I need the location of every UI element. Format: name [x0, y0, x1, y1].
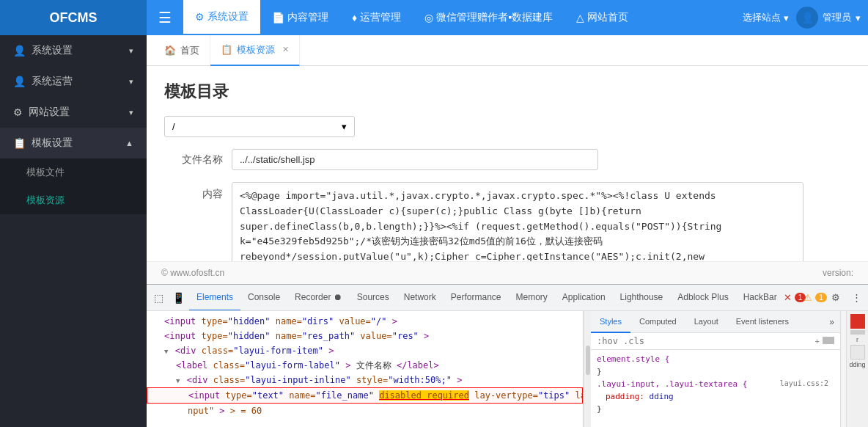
code-tag: <input — [188, 390, 220, 401]
site-select-label: 选择站点 — [743, 11, 781, 24]
devtools-panel: ⬚ 📱 Elements Console Recorder ⏺ Sources … — [147, 284, 868, 427]
css-val: dding — [650, 392, 674, 401]
devtools-tab-adblock[interactable]: Adblock Plus — [670, 285, 735, 311]
code-tag: <input — [164, 331, 196, 341]
tabs-bar: 🏠 首页 📋 模板资源 ✕ — [147, 35, 868, 66]
devtools-tab-label: Console — [248, 292, 280, 302]
css-closing-brace-2: } — [591, 403, 840, 415]
event-listeners-tab[interactable]: Event listeners — [727, 311, 798, 333]
devtools-settings-btn[interactable]: ⚙ — [827, 289, 845, 307]
nav-content-manage[interactable]: 📄 内容管理 — [260, 0, 340, 35]
sidebar-item-label: 系统设置 — [32, 44, 73, 57]
devtools-inspect-icon[interactable]: ⬚ — [150, 292, 168, 304]
content-textarea[interactable]: <%@page import="java.util.*,javax.crypto… — [232, 182, 803, 261]
devtools-tab-label: Application — [562, 292, 606, 302]
devtools-tab-sources[interactable]: Sources — [350, 285, 397, 311]
tab-close-icon[interactable]: ✕ — [282, 45, 289, 54]
layout-tab-label: Layout — [694, 317, 718, 326]
right-color-panel: r dding — [846, 311, 868, 427]
devtools-icons: ✕ 1 ⚠ 1 ⚙ ⋮ — [786, 289, 865, 307]
nav-system-settings[interactable]: ⚙ 系统设置 — [183, 0, 260, 35]
sidebar-sub-item-template-files[interactable]: 模板文件 — [0, 158, 147, 186]
code-line: <input type="hidden" name="dirs" value="… — [147, 314, 583, 329]
sidebar-item-site-settings[interactable]: ⚙ 网站设置 ▾ — [0, 97, 147, 128]
code-attr: value= — [339, 316, 370, 326]
devtools-tab-network[interactable]: Network — [397, 285, 444, 311]
css-prop-padding: padding: dding — [591, 390, 840, 403]
expand-triangle[interactable]: ▼ — [164, 347, 168, 357]
sidebar-item-template-settings[interactable]: 📋 模板设置 ▲ — [0, 128, 147, 158]
sidebar-sub-item-template-resources[interactable]: 模板资源 — [0, 186, 147, 214]
directory-select[interactable]: / ▾ — [164, 116, 355, 137]
code-val: "file_name" — [315, 390, 373, 401]
devtools-error-badge: ✕ 1 — [786, 289, 803, 307]
computed-tab[interactable]: Computed — [630, 311, 685, 333]
css-source: layui.css:2 — [780, 379, 834, 389]
filter-input[interactable] — [597, 336, 812, 346]
code-attr: name= — [276, 331, 302, 341]
tab-template-resources[interactable]: 📋 模板资源 ✕ — [210, 35, 300, 66]
devtools-tab-lighthouse[interactable]: Lighthouse — [613, 285, 671, 311]
tab-home[interactable]: 🏠 首页 — [154, 35, 210, 66]
filename-input[interactable] — [232, 149, 598, 170]
content-icon: 📄 — [272, 12, 284, 23]
content-group: 内容 <%@page import="java.util.*,javax.cry… — [164, 182, 850, 261]
sidebar-item-left: ⚙ 网站设置 — [13, 106, 70, 119]
user-area[interactable]: 👤 管理员 ▾ — [796, 7, 861, 29]
devtools-tab-application[interactable]: Application — [555, 285, 613, 311]
expand-triangle[interactable]: ▼ — [176, 376, 180, 387]
devtools-tab-elements[interactable]: Elements — [189, 285, 240, 311]
sidebar-item-sys-settings[interactable]: 👤 系统设置 ▾ — [0, 35, 147, 66]
devtools-tab-hackbar[interactable]: HackBar — [736, 285, 784, 311]
code-tag: > — [345, 360, 350, 371]
devtools-tab-memory[interactable]: Memory — [509, 285, 555, 311]
code-tag: <input — [164, 316, 196, 326]
code-line-highlighted: <input type="text" name="file_name" disa… — [147, 387, 583, 404]
code-val: "res_path" — [302, 331, 355, 341]
code-attr: lay-verify= — [575, 390, 584, 401]
code-line: <label class="layui-form-label" > 文件名称 <… — [147, 358, 583, 373]
layout-tab[interactable]: Layout — [685, 311, 727, 333]
devtools-tab-console[interactable]: Console — [240, 285, 287, 311]
code-val: "res" — [392, 331, 419, 341]
devtools-tab-label: Recorder ⏺ — [295, 292, 342, 302]
hover-icon[interactable]: + — [815, 337, 820, 346]
devtools-right-tabs: Styles Computed Layout Event listeners » — [591, 311, 840, 333]
devtools-more-btn[interactable]: ⋮ — [847, 289, 865, 307]
version-text: version: — [823, 268, 853, 278]
devtools-mobile-icon[interactable]: 📱 — [168, 292, 189, 304]
ops-icon: ♦ — [352, 12, 357, 23]
code-attr: lay-vertype= — [474, 390, 538, 401]
sidebar-item-left: 👤 系统运营 — [13, 75, 73, 88]
sidebar-item-sys-ops[interactable]: 👤 系统运营 ▾ — [0, 66, 147, 97]
devtools-scroll-indicator[interactable] — [584, 311, 591, 427]
warning-count: 1 — [815, 293, 827, 302]
code-attr: type= — [226, 390, 252, 401]
devtools-right-more-btn[interactable]: » — [823, 311, 840, 332]
sidebar-sub-item-label: 模板资源 — [26, 194, 65, 207]
user-chevron-icon: ▾ — [856, 12, 861, 23]
devtools-filter: + — [591, 333, 840, 350]
nav-ops-manage[interactable]: ♦ 运营管理 — [340, 0, 413, 35]
right-scrollbar[interactable] — [840, 311, 846, 427]
nav-wechat[interactable]: ◎ 微信管理赠作者▪数据建库 — [413, 0, 564, 35]
devtools-tab-recorder[interactable]: Recorder ⏺ — [287, 285, 350, 311]
filter-icon-1[interactable] — [823, 337, 834, 344]
styles-tab[interactable]: Styles — [591, 311, 630, 333]
site-select[interactable]: 选择站点 ▾ — [743, 11, 789, 24]
code-val: "/" — [371, 316, 387, 326]
code-val: "dirs" — [302, 316, 334, 326]
nav-site-home[interactable]: △ 网站首页 — [564, 0, 640, 35]
color-swatch-light — [850, 345, 865, 360]
avatar: 👤 — [796, 7, 818, 29]
devtools-tab-performance[interactable]: Performance — [444, 285, 509, 311]
logo: OFCMS — [0, 0, 147, 35]
code-val: "hidden" — [228, 316, 271, 326]
menu-toggle[interactable]: ☰ — [147, 9, 183, 26]
devtools-tab-label: Memory — [516, 292, 548, 302]
main-layout: 👤 系统设置 ▾ 👤 系统运营 ▾ ⚙ 网站设置 ▾ 📋 模板设置 ▲ — [0, 35, 868, 427]
code-tag: > — [328, 346, 334, 356]
css-brace: } — [597, 367, 602, 376]
nav-label: 微信管理赠作者▪数据建库 — [436, 11, 553, 24]
home-icon: △ — [576, 12, 584, 23]
